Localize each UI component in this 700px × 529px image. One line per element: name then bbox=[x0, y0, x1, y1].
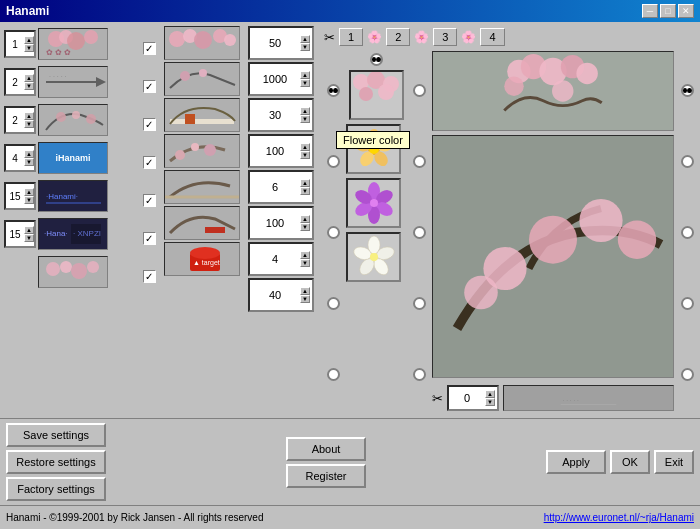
radio-5-mid[interactable] bbox=[413, 368, 426, 381]
val-1: 50 bbox=[250, 37, 300, 49]
spin-down-6[interactable]: ▼ bbox=[24, 234, 34, 242]
svg-point-16 bbox=[46, 262, 60, 276]
svg-point-20 bbox=[169, 31, 185, 47]
val-spinner-5[interactable]: 6 ▲ ▼ bbox=[248, 170, 314, 204]
save-settings-button[interactable]: Save settings bbox=[6, 423, 106, 447]
radio-4-mid[interactable] bbox=[413, 297, 426, 310]
spin-up-5[interactable]: ▲ bbox=[24, 188, 34, 196]
val-spin-up-6[interactable]: ▲ bbox=[300, 215, 310, 223]
radio-2-right[interactable] bbox=[681, 155, 694, 168]
maximize-button[interactable]: □ bbox=[660, 4, 676, 18]
bottom-spin-down[interactable]: ▼ bbox=[485, 398, 495, 406]
bottom-right-row: ✂ 0 ▲ ▼ · · · · · bbox=[432, 382, 674, 414]
val-spin-down-4[interactable]: ▼ bbox=[300, 151, 310, 159]
val-spin-up-2[interactable]: ▲ bbox=[300, 71, 310, 79]
checkbox-2[interactable]: ✓ bbox=[143, 80, 156, 93]
radio-1-left[interactable] bbox=[327, 84, 340, 97]
svg-text:· · · · ·: · · · · · bbox=[49, 73, 67, 80]
radio-2-left[interactable] bbox=[327, 155, 340, 168]
val-spinner-2[interactable]: 1000 ▲ ▼ bbox=[248, 62, 314, 96]
spinner-4[interactable]: 4 ▲ ▼ bbox=[4, 144, 36, 172]
checkbox-5[interactable]: ✓ bbox=[143, 194, 156, 207]
tab-flower-icon-4: 🌸 bbox=[461, 30, 476, 44]
val-spin-down-1[interactable]: ▼ bbox=[300, 43, 310, 51]
tab-4[interactable]: 4 bbox=[480, 28, 504, 46]
spinner-3[interactable]: 2 ▲ ▼ bbox=[4, 106, 36, 134]
svg-text:· XNPZI: · XNPZI bbox=[73, 229, 101, 238]
website-link[interactable]: http://www.euronet.nl/~rja/Hanami bbox=[544, 512, 694, 523]
radio-3-left[interactable] bbox=[327, 226, 340, 239]
val-spinner-6[interactable]: 100 ▲ ▼ bbox=[248, 206, 314, 240]
spin-down-5[interactable]: ▼ bbox=[24, 196, 34, 204]
bottom-spin-up[interactable]: ▲ bbox=[485, 390, 495, 398]
radio-1-right[interactable] bbox=[681, 84, 694, 97]
spinner-1[interactable]: 1 ▲ ▼ bbox=[4, 30, 36, 58]
checkbox-6[interactable]: ✓ bbox=[143, 232, 156, 245]
val-spin-down-6[interactable]: ▼ bbox=[300, 223, 310, 231]
radio-3-right[interactable] bbox=[681, 226, 694, 239]
spin-up-2[interactable]: ▲ bbox=[24, 74, 34, 82]
spinner-5-value: 15 bbox=[6, 191, 24, 202]
svg-marker-6 bbox=[96, 77, 106, 87]
restore-settings-button[interactable]: Restore settings bbox=[6, 450, 106, 474]
radio-1-mid[interactable] bbox=[413, 84, 426, 97]
factory-settings-button[interactable]: Factory settings bbox=[6, 477, 106, 501]
minimize-button[interactable]: ─ bbox=[642, 4, 658, 18]
value-spinners: 50 ▲ ▼ 1000 ▲ ▼ 30 ▲ ▼ bbox=[248, 26, 320, 414]
val-spin-up-1[interactable]: ▲ bbox=[300, 35, 310, 43]
radio-4-left[interactable] bbox=[327, 297, 340, 310]
mid-radio-col bbox=[410, 51, 428, 414]
val-spin-up-5[interactable]: ▲ bbox=[300, 179, 310, 187]
radio-2-mid[interactable] bbox=[413, 155, 426, 168]
spin-up-1[interactable]: ▲ bbox=[24, 36, 34, 44]
spinner-2[interactable]: 2 ▲ ▼ bbox=[4, 68, 36, 96]
checkbox-1[interactable]: ✓ bbox=[143, 42, 156, 55]
val-spin-down-8[interactable]: ▼ bbox=[300, 295, 310, 303]
val-spin-down-2[interactable]: ▼ bbox=[300, 79, 310, 87]
radio-5-right[interactable] bbox=[681, 368, 694, 381]
svg-text:·Hana·: ·Hana· bbox=[44, 229, 68, 238]
val-spinner-8[interactable]: 40 ▲ ▼ bbox=[248, 278, 314, 312]
val-spinner-1[interactable]: 50 ▲ ▼ bbox=[248, 26, 314, 60]
svg-point-69 bbox=[504, 76, 524, 96]
spin-down-1[interactable]: ▼ bbox=[24, 44, 34, 52]
radio-3-mid[interactable] bbox=[413, 226, 426, 239]
val-spin-down-5[interactable]: ▼ bbox=[300, 187, 310, 195]
spin-up-6[interactable]: ▲ bbox=[24, 226, 34, 234]
radio-5-left[interactable] bbox=[327, 368, 340, 381]
checkbox-4[interactable]: ✓ bbox=[143, 156, 156, 169]
val-spinner-4[interactable]: 100 ▲ ▼ bbox=[248, 134, 314, 168]
radio-4-right[interactable] bbox=[681, 297, 694, 310]
val-spin-up-7[interactable]: ▲ bbox=[300, 251, 310, 259]
exit-button[interactable]: Exit bbox=[654, 450, 694, 474]
bottom-spinner[interactable]: 0 ▲ ▼ bbox=[447, 385, 499, 411]
spin-down-4[interactable]: ▼ bbox=[24, 158, 34, 166]
spinner-6[interactable]: 15 ▲ ▼ bbox=[4, 220, 36, 248]
tab-3[interactable]: 3 bbox=[433, 28, 457, 46]
val-spin-up-8[interactable]: ▲ bbox=[300, 287, 310, 295]
val-spinner-3[interactable]: 30 ▲ ▼ bbox=[248, 98, 314, 132]
top-radio-center[interactable] bbox=[370, 53, 383, 66]
val-spin-down-7[interactable]: ▼ bbox=[300, 259, 310, 267]
about-button[interactable]: About bbox=[286, 437, 366, 461]
val-spin-up-3[interactable]: ▲ bbox=[300, 107, 310, 115]
spin-up-4[interactable]: ▲ bbox=[24, 150, 34, 158]
spinner-1-value: 1 bbox=[6, 39, 24, 50]
spin-up-3[interactable]: ▲ bbox=[24, 112, 34, 120]
spinner-3-value: 2 bbox=[6, 115, 24, 126]
apply-button[interactable]: Apply bbox=[546, 450, 606, 474]
register-button[interactable]: Register bbox=[286, 464, 366, 488]
ok-button[interactable]: OK bbox=[610, 450, 650, 474]
tab-1[interactable]: 1 bbox=[339, 28, 363, 46]
val-spin-up-4[interactable]: ▲ bbox=[300, 143, 310, 151]
val-spin-down-3[interactable]: ▼ bbox=[300, 115, 310, 123]
spinner-5[interactable]: 15 ▲ ▼ bbox=[4, 182, 36, 210]
spin-down-3[interactable]: ▼ bbox=[24, 120, 34, 128]
spin-down-2[interactable]: ▼ bbox=[24, 82, 34, 90]
close-button[interactable]: ✕ bbox=[678, 4, 694, 18]
checkbox-7[interactable]: ✓ bbox=[143, 270, 156, 283]
tab-2[interactable]: 2 bbox=[386, 28, 410, 46]
val-spinner-7[interactable]: 4 ▲ ▼ bbox=[248, 242, 314, 276]
checkbox-3[interactable]: ✓ bbox=[143, 118, 156, 131]
tab-1-label: 1 bbox=[348, 31, 354, 43]
